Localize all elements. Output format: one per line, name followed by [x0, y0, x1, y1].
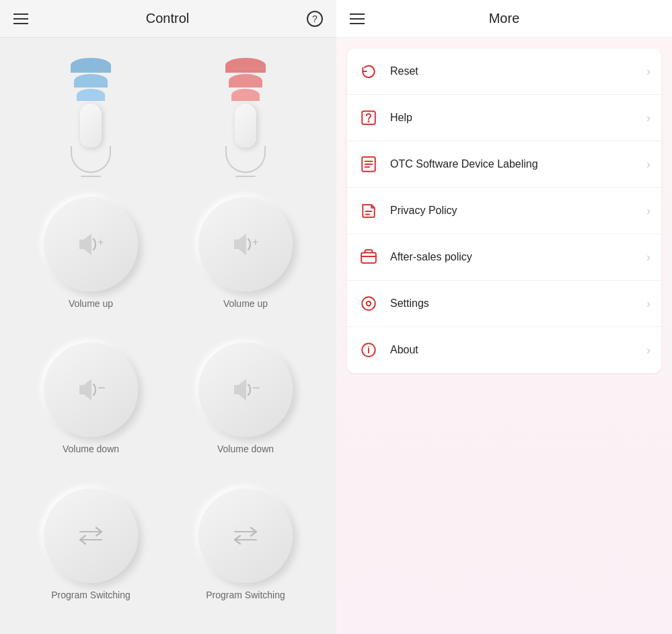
left-aid-body — [80, 104, 102, 147]
otc-icon — [358, 153, 379, 175]
more-menu-list: Reset › Help › — [347, 48, 661, 373]
volume-up-left-label: Volume up — [69, 298, 113, 309]
volume-down-left-icon: − — [76, 378, 106, 402]
svg-point-9 — [368, 121, 369, 122]
left-aid-base — [81, 176, 101, 177]
switch-right-icon — [232, 524, 259, 548]
red-dome-layer-1 — [225, 58, 266, 73]
privacy-chevron: › — [646, 204, 650, 218]
settings-chevron: › — [646, 297, 650, 311]
aftersales-chevron: › — [646, 250, 650, 265]
help-svg — [360, 109, 377, 127]
otc-chevron: › — [646, 157, 650, 172]
privacy-menu-item[interactable]: Privacy Policy › — [347, 188, 661, 234]
volume-up-left-item: + Volume up — [20, 197, 161, 329]
switch-left-button[interactable] — [44, 489, 138, 583]
privacy-svg — [360, 202, 377, 219]
about-icon — [358, 339, 379, 361]
control-header: Control ? — [0, 0, 336, 38]
svg-point-19 — [367, 302, 371, 306]
left-aid-wire — [71, 146, 111, 173]
volume-up-right-icon: + — [231, 232, 260, 256]
volume-down-right-item: − Volume down — [175, 343, 316, 474]
switch-left-icon — [77, 524, 104, 548]
hamburger-menu-icon[interactable] — [13, 13, 28, 24]
left-hearing-aid — [71, 58, 111, 177]
privacy-icon — [358, 200, 379, 221]
volume-up-right-label: Volume up — [223, 298, 268, 309]
about-chevron: › — [646, 343, 650, 357]
volume-down-right-label: Volume down — [217, 444, 274, 454]
more-header: More — [336, 0, 672, 38]
volume-up-right-button[interactable]: + — [198, 197, 293, 291]
otc-svg — [360, 155, 377, 173]
svg-rect-16 — [361, 253, 376, 263]
reset-icon — [358, 61, 379, 82]
aftersales-svg — [360, 248, 377, 266]
blue-dome-layer-2 — [74, 74, 108, 87]
volume-down-left-button[interactable]: − — [44, 343, 138, 437]
volume-up-left-button[interactable]: + — [44, 197, 138, 291]
switch-right-label: Program Switching — [206, 590, 285, 600]
svg-text:+: + — [252, 236, 258, 248]
help-menu-item[interactable]: Help › — [347, 95, 661, 141]
otc-menu-item[interactable]: OTC Software Device Labeling › — [347, 141, 661, 188]
blue-dome-layer-1 — [71, 58, 111, 73]
volume-down-right-icon: − — [231, 378, 260, 402]
switch-right-button[interactable] — [198, 489, 293, 583]
svg-text:+: + — [98, 236, 104, 248]
blue-dome-layers — [71, 58, 111, 101]
red-dome-layer-2 — [229, 74, 262, 87]
reset-chevron: › — [646, 65, 650, 79]
about-svg — [360, 341, 377, 359]
controls-grid: + Volume up + Volume up − — [0, 184, 336, 634]
svg-point-18 — [362, 297, 375, 310]
volume-up-right-item: + Volume up — [175, 197, 316, 329]
settings-menu-item[interactable]: Settings › — [347, 281, 661, 327]
settings-label: Settings — [390, 297, 641, 310]
blue-dome-layer-3 — [77, 89, 105, 101]
reset-menu-item[interactable]: Reset › — [347, 48, 661, 95]
about-label: About — [390, 344, 641, 356]
right-aid-body — [235, 104, 256, 147]
control-panel: Control ? — [0, 0, 336, 634]
red-dome-layers — [225, 58, 266, 101]
otc-label: OTC Software Device Labeling — [390, 158, 641, 170]
right-aid-base — [235, 176, 256, 177]
switch-right-item: Program Switching — [175, 489, 316, 621]
reset-label: Reset — [390, 65, 641, 77]
switch-left-item: Program Switching — [20, 489, 161, 621]
reset-svg — [360, 63, 377, 80]
right-aid-wire — [225, 146, 266, 173]
volume-down-right-button[interactable]: − — [198, 343, 293, 437]
aftersales-menu-item[interactable]: After-sales policy › — [347, 234, 661, 281]
aftersales-icon — [358, 246, 379, 268]
svg-text:−: − — [98, 380, 106, 395]
volume-down-left-label: Volume down — [63, 444, 119, 454]
settings-svg — [360, 295, 377, 312]
help-chevron: › — [646, 111, 650, 125]
aftersales-label: After-sales policy — [390, 251, 641, 263]
privacy-label: Privacy Policy — [390, 205, 641, 217]
more-hamburger-icon[interactable] — [350, 13, 365, 24]
volume-down-left-item: − Volume down — [20, 343, 161, 474]
right-hearing-aid — [225, 58, 266, 177]
control-title: Control — [146, 11, 189, 26]
svg-point-22 — [368, 346, 369, 347]
more-title: More — [365, 11, 644, 26]
switch-left-label: Program Switching — [51, 590, 130, 600]
settings-icon — [358, 293, 379, 314]
about-menu-item[interactable]: About › — [347, 327, 661, 373]
help-label: Help — [390, 112, 641, 124]
hearing-aids-illustration — [0, 38, 336, 184]
more-panel: More Reset › Help › — [336, 0, 672, 634]
volume-up-left-icon: + — [76, 232, 106, 256]
help-menu-icon — [358, 107, 379, 129]
help-icon[interactable]: ? — [307, 11, 323, 27]
red-dome-layer-3 — [231, 89, 260, 101]
svg-text:−: − — [252, 380, 260, 395]
